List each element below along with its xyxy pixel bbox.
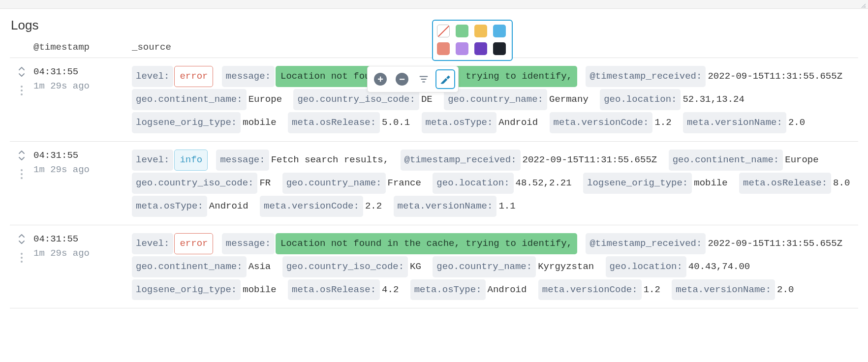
field-key[interactable]: meta.versionName: [683, 112, 786, 133]
timestamp-ago: 1m 29s ago [33, 246, 132, 261]
field-value[interactable]: France [387, 177, 424, 189]
chevron-up-icon[interactable] [18, 66, 25, 71]
color-swatch-2[interactable] [474, 25, 487, 37]
field-value[interactable]: FR [258, 177, 274, 189]
field-value[interactable]: Android [497, 116, 541, 129]
more-menu-icon[interactable] [18, 168, 25, 180]
field-value[interactable]: Android [487, 283, 530, 296]
field-value[interactable]: 2.2 [364, 200, 385, 212]
field-key[interactable]: geo.location: [606, 256, 686, 277]
field-value[interactable]: Europe [784, 153, 821, 166]
color-swatch-6[interactable] [474, 42, 487, 55]
field-key[interactable]: geo.continent_name: [132, 256, 247, 277]
field-key[interactable]: meta.versionCode: [260, 196, 363, 217]
field-key[interactable]: geo.country_iso_code: [282, 256, 408, 277]
field-value[interactable]: 4.2 [381, 283, 402, 296]
field-key[interactable]: geo.country_iso_code: [132, 173, 257, 194]
color-swatch-0[interactable] [437, 25, 450, 37]
color-swatch-5[interactable] [456, 42, 468, 55]
field-value[interactable]: Europe [248, 93, 285, 106]
more-menu-icon[interactable] [18, 85, 25, 96]
field-key[interactable]: geo.location: [433, 173, 513, 194]
color-swatch-3[interactable] [493, 25, 506, 37]
highlight-color-palette[interactable] [432, 20, 513, 61]
field-value[interactable]: mobile [242, 116, 279, 129]
field-key[interactable]: geo.continent_name: [132, 89, 247, 110]
column-timestamp[interactable]: @timestamp [33, 42, 132, 53]
field-value[interactable]: 40.43,74.00 [687, 260, 753, 273]
field-value[interactable]: Fetch search results, [270, 153, 392, 166]
field-value[interactable]: error [174, 66, 213, 87]
field-key[interactable]: meta.osRelease: [288, 112, 380, 133]
highlight-button[interactable] [435, 69, 455, 89]
field-value[interactable]: 8.0 [832, 177, 853, 189]
field-value[interactable]: Android [208, 200, 251, 212]
field-key[interactable]: logsene_orig_type: [132, 112, 241, 133]
field-value[interactable]: mobile [693, 177, 730, 189]
field-value[interactable]: 1.2 [653, 116, 674, 129]
more-menu-icon[interactable] [18, 252, 25, 264]
color-swatch-7[interactable] [493, 42, 506, 55]
field-value[interactable]: 1.1 [497, 200, 518, 212]
exclude-filter-button[interactable]: − [392, 69, 412, 89]
field-key[interactable]: meta.versionName: [394, 196, 497, 217]
field-key[interactable]: message: [222, 66, 275, 87]
field-key[interactable]: level: [132, 233, 173, 254]
field-key[interactable]: meta.osType: [422, 112, 497, 133]
top-strip [0, 0, 868, 9]
field-key[interactable]: meta.versionCode: [550, 112, 653, 133]
field-value[interactable]: 2022-09-15T11:31:55.655Z [707, 70, 845, 83]
field-value[interactable]: Germany [548, 93, 591, 106]
field-key[interactable]: geo.location: [600, 89, 681, 110]
field-value[interactable]: DE [420, 93, 435, 106]
color-swatch-1[interactable] [456, 25, 468, 37]
field-value[interactable]: 52.31,13.24 [682, 93, 747, 106]
field-value[interactable]: Location not found in the cache, trying … [276, 233, 577, 254]
field-value[interactable]: Asia [248, 260, 274, 273]
color-swatch-4[interactable] [437, 42, 450, 55]
field-key[interactable]: meta.versionName: [672, 279, 775, 301]
field-key[interactable]: logsene_orig_type: [583, 173, 692, 194]
field-value[interactable]: 2.0 [776, 283, 797, 296]
field-key[interactable]: message: [222, 233, 275, 254]
chevron-down-icon[interactable] [18, 240, 25, 244]
field-key[interactable]: level: [132, 150, 173, 171]
field-key[interactable]: @timestamp_received: [401, 150, 521, 171]
field-value[interactable]: 2022-09-15T11:31:55.655Z [707, 237, 845, 250]
highlighter-icon [439, 73, 452, 86]
field-key[interactable]: @timestamp_received: [586, 66, 706, 87]
field-key[interactable]: meta.versionCode: [538, 279, 642, 301]
field-key[interactable]: geo.country_name: [282, 173, 386, 194]
add-filter-button[interactable]: + [371, 69, 390, 89]
field-key[interactable]: meta.osType: [410, 279, 486, 301]
field-value[interactable]: 48.52,2.21 [515, 177, 575, 189]
chevron-down-icon[interactable] [18, 156, 25, 161]
field-value[interactable]: KG [409, 260, 424, 273]
field-value[interactable]: 2022-09-15T11:31:55.655Z [522, 153, 660, 166]
field-value[interactable]: 1.2 [643, 283, 663, 296]
field-value[interactable]: Kyrgyzstan [537, 260, 597, 273]
field-value[interactable]: error [174, 233, 213, 254]
chevron-down-icon[interactable] [18, 72, 25, 77]
field-key[interactable]: geo.continent_name: [669, 150, 783, 171]
timestamp-ago: 1m 29s ago [33, 163, 132, 177]
chevron-up-icon[interactable] [18, 150, 25, 155]
field-key[interactable]: @timestamp_received: [586, 233, 706, 254]
field-key[interactable]: geo.country_name: [444, 89, 547, 110]
chevron-up-icon[interactable] [18, 234, 25, 239]
field-value[interactable]: mobile [242, 283, 279, 296]
timestamp-cell: 04:31:551m 29s ago [33, 149, 132, 218]
field-key[interactable]: geo.country_name: [433, 256, 536, 277]
field-value[interactable]: 2.0 [787, 116, 808, 129]
field-key[interactable]: level: [132, 66, 173, 87]
field-value[interactable]: info [174, 150, 208, 171]
field-key[interactable]: meta.osRelease: [739, 173, 831, 194]
filter-button[interactable] [414, 69, 434, 89]
field-value[interactable]: 5.0.1 [381, 116, 413, 129]
resize-handle[interactable] [861, 3, 866, 8]
field-key[interactable]: meta.osType: [132, 196, 207, 217]
timestamp-cell: 04:31:551m 29s ago [33, 232, 132, 302]
field-key[interactable]: message: [216, 150, 269, 171]
field-key[interactable]: logsene_orig_type: [132, 279, 241, 301]
field-key[interactable]: meta.osRelease: [288, 279, 380, 301]
